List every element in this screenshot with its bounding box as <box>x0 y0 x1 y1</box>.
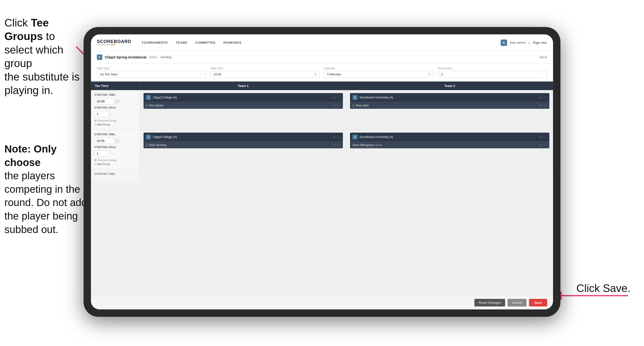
nav-signout[interactable]: Sign out <box>532 40 547 45</box>
tournament-category: (Men) <box>149 55 157 59</box>
group2-team2-col: S Scoreboard University (A) × ⌃⌄ Dave Bi… <box>346 130 553 169</box>
hole-spinner-2: ⌃⌄ <box>110 152 114 155</box>
player2-remove[interactable]: × <box>540 104 542 107</box>
start-time-field: Start Time 10:00 🕐 <box>211 67 320 78</box>
nav-items: TOURNAMENTS TEAMS COMMITTEE RANKINGS <box>141 40 493 45</box>
start-type-input[interactable]: 1st Tee Start ⌃⌄ <box>97 71 206 78</box>
starting-time-label: STARTING TIME: <box>94 94 136 96</box>
team1-icon: C <box>146 95 151 100</box>
trash-icon-2: 🗑 <box>94 159 97 162</box>
team2-remove[interactable]: × <box>540 96 542 99</box>
starting-hole-input[interactable] <box>94 111 109 117</box>
partial-time-col: STARTING TIME: <box>91 169 140 181</box>
group2-team1-entry: C Clippd College (A) × ⌃⌄ 2. Blair McHar… <box>144 133 343 148</box>
group1-team2-entry: S Scoreboard University (A) × ⌃⌄ 1. Rees… <box>350 93 549 109</box>
team1-remove[interactable]: × <box>333 96 335 99</box>
g2-player2-remove[interactable]: × <box>540 143 542 147</box>
group2-player2-row: Dave Billingham (SUB) × ⌃⌄ <box>350 141 549 148</box>
group2-team2-name-row[interactable]: S Scoreboard University (A) × ⌃⌄ <box>350 133 549 141</box>
team2-icon: S <box>352 95 358 100</box>
remove-group-btn[interactable]: 🗑 Remove Group <box>94 119 136 122</box>
sub-label: (SUB) <box>374 144 382 147</box>
g2-team1-icon: C <box>146 135 151 139</box>
cancel-button[interactable]: Cancel <box>508 299 526 307</box>
team1-name: Clippd College (A) <box>153 96 331 99</box>
intervals-label: Intervals <box>324 67 433 70</box>
player1-arrows[interactable]: ⌃⌄ <box>336 104 340 107</box>
instruction-text-top: Click Tee Groups toselect which groupthe… <box>4 16 80 97</box>
g2-team1-arrows[interactable]: ⌃⌄ <box>336 136 340 138</box>
g2-team2-name: Scoreboard University (A) <box>359 135 538 139</box>
g2-player1-remove[interactable]: × <box>333 143 335 147</box>
nav-rankings[interactable]: RANKINGS <box>223 40 242 45</box>
note-body: the playerscompeting in theround. Do not… <box>4 170 87 235</box>
plus-icon: + <box>94 123 96 126</box>
intervals-input[interactable]: 5 Minutes 🕐 <box>324 71 433 78</box>
g2-team1-remove[interactable]: × <box>333 135 335 139</box>
starting-time-input-row-2: 🕐 <box>94 138 136 144</box>
g2-team2-arrows[interactable]: ⌃⌄ <box>543 136 547 138</box>
g2-player2-controls: × ⌃⌄ <box>540 143 547 147</box>
group1-player1-name: 1. Rich Butler <box>146 104 331 107</box>
group2-team1-name-row[interactable]: C Clippd College (A) × ⌃⌄ <box>144 133 343 141</box>
g2-team2-icon: S <box>352 135 358 139</box>
team1-arrows[interactable]: ⌃⌄ <box>336 96 340 99</box>
group-size-label: Group Size <box>438 67 547 70</box>
nav-teams[interactable]: TEAMS <box>175 40 188 45</box>
g2-player2-arrows[interactable]: ⌃⌄ <box>543 144 547 146</box>
group1-player2-row: 1. Rees Britt × ⌃⌄ <box>350 102 549 109</box>
group1-team1-name-row[interactable]: C Clippd College (A) × ⌃⌄ <box>144 93 343 102</box>
group1-time-col: STARTING TIME: 🕐 STARTING HOLE: ⌃⌄ 🗑 Rem… <box>91 90 140 129</box>
group2-time-col: STARTING TIME: 🕐 STARTING HOLE: ⌃⌄ 🗑 Rem… <box>91 130 140 169</box>
nav-bar: SCOREBOARD Powered by clippd TOURNAMENTS… <box>91 34 553 51</box>
nav-committee[interactable]: COMMITTEE <box>195 40 216 45</box>
team1-controls: × ⌃⌄ <box>333 96 340 99</box>
g2-player1-controls: × ⌃⌄ <box>333 143 340 147</box>
add-group-btn-2[interactable]: + Add Group <box>94 163 136 166</box>
logo-powered: Powered by clippd <box>97 44 116 46</box>
group2-team1-col: C Clippd College (A) × ⌃⌄ 2. Blair McHar… <box>140 130 346 169</box>
save-button[interactable]: Save <box>529 299 547 307</box>
team2-controls: × ⌃⌄ <box>540 96 547 99</box>
tournament-hosting: Hosting <box>161 55 172 59</box>
player1-controls: × ⌃⌄ <box>333 104 340 107</box>
th-team2: Team 2 <box>346 81 553 90</box>
player2-arrows[interactable]: ⌃⌄ <box>543 104 547 107</box>
note-text: Note: Only choose the playerscompeting i… <box>4 142 92 236</box>
th-team1: Team 1 <box>140 81 346 90</box>
starting-hole-label-2: STARTING HOLE: <box>94 146 136 149</box>
remove-group-btn-2[interactable]: 🗑 Remove Group <box>94 159 136 162</box>
clock-icon: 🕐 <box>115 99 119 103</box>
group1-team2-name-row[interactable]: S Scoreboard University (A) × ⌃⌄ <box>350 93 549 102</box>
reset-changes-button[interactable]: Reset Changes <box>474 299 505 307</box>
nav-avatar: B <box>501 39 507 46</box>
g2-team1-name: Clippd College (A) <box>153 135 331 139</box>
bottom-toolbar: Reset Changes Cancel Save <box>91 296 553 310</box>
group1-team2-col: S Scoreboard University (A) × ⌃⌄ 1. Rees… <box>346 90 553 129</box>
starting-time-input[interactable] <box>94 98 114 104</box>
groups-scroll: STARTING TIME: 🕐 STARTING HOLE: ⌃⌄ 🗑 Rem… <box>91 90 553 296</box>
hole-spinner: ⌃⌄ <box>110 113 114 115</box>
start-time-input[interactable]: 10:00 🕐 <box>211 71 320 78</box>
group-size-input[interactable]: 2 ⌃⌄ <box>438 71 547 78</box>
g2-team2-remove[interactable]: × <box>540 135 542 139</box>
group2-actions: 🗑 Remove Group + Add Group <box>94 159 136 166</box>
nav-username: blair admin <box>510 41 526 44</box>
trash-icon: 🗑 <box>94 119 97 122</box>
add-group-btn[interactable]: + Add Group <box>94 123 136 126</box>
starting-time-input-2[interactable] <box>94 138 114 144</box>
team2-arrows[interactable]: ⌃⌄ <box>543 96 547 99</box>
player1-remove[interactable]: × <box>333 104 335 107</box>
group2-player1-row: 2. Blair McHarg × ⌃⌄ <box>144 141 343 148</box>
group-row: STARTING TIME: 🕐 STARTING HOLE: ⌃⌄ 🗑 Rem… <box>91 90 553 130</box>
group1-player1-row: 1. Rich Butler × ⌃⌄ <box>144 102 343 109</box>
group2-player1-name: 2. Blair McHarg <box>146 143 331 147</box>
g2-player1-arrows[interactable]: ⌃⌄ <box>336 144 340 146</box>
back-button[interactable]: ‹ Back <box>538 55 547 59</box>
player2-controls: × ⌃⌄ <box>540 104 547 107</box>
nav-tournaments[interactable]: TOURNAMENTS <box>141 40 168 45</box>
starting-hole-input-row-2: ⌃⌄ <box>94 151 136 157</box>
starting-hole-input-2[interactable] <box>94 151 109 157</box>
group1-team1-entry: C Clippd College (A) × ⌃⌄ 1. Rich Butler… <box>144 93 343 109</box>
start-type-label: Start Type <box>97 67 206 70</box>
